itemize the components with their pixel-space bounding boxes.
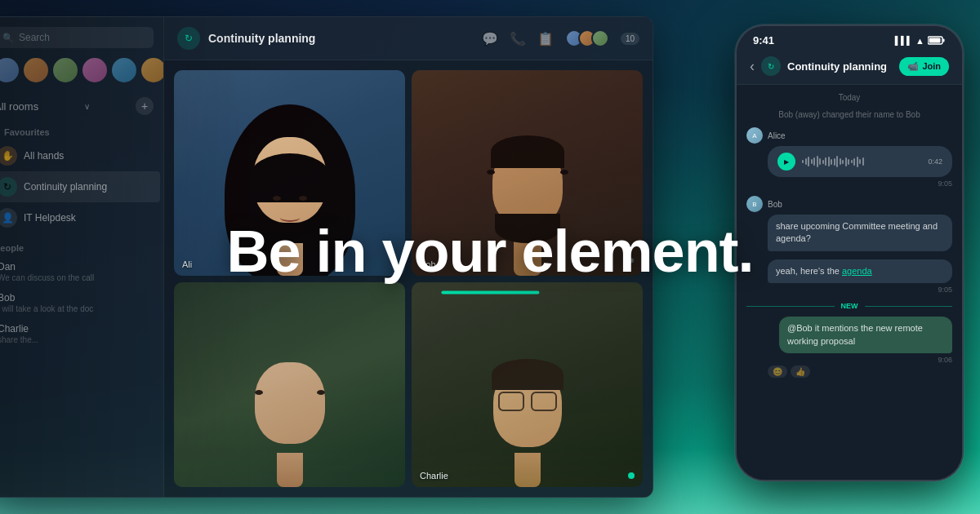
phone-status-bar: 9:41 ▌▌▌ ▲	[737, 26, 962, 51]
link[interactable]: agenda	[842, 266, 872, 276]
dm-charlie[interactable]: Charlie share the...	[0, 318, 160, 349]
hero-section: Be in your element.	[226, 219, 753, 294]
eye-right	[317, 390, 325, 395]
reaction[interactable]: 👍	[791, 366, 810, 378]
phone-chat-scroll[interactable]: Today Bob (away) changed their name to B…	[737, 85, 962, 480]
avatar[interactable]	[141, 58, 163, 82]
head	[253, 137, 327, 223]
hero-title: Be in your element.	[226, 219, 753, 284]
glasses-icon	[498, 392, 557, 410]
hair	[491, 135, 564, 168]
join-label: Join	[922, 61, 941, 71]
back-button[interactable]: ‹	[750, 58, 755, 75]
sidebar-item-all-hands[interactable]: ✋ All hands	[0, 140, 160, 171]
phone-room-title: Continuity planning	[787, 60, 893, 73]
divider-line	[746, 306, 835, 307]
chat-header-title: Continuity planning	[208, 32, 474, 45]
neck	[277, 453, 303, 487]
sidebar-item-label: All hands	[24, 150, 64, 162]
hair-top	[249, 153, 331, 202]
dm-dan[interactable]: Dan We can discuss on the call	[0, 256, 160, 287]
avatar-row	[0, 58, 163, 92]
message-icon[interactable]: 💬	[482, 31, 498, 47]
eye-left	[487, 170, 495, 175]
phone-room-icon: ↻	[761, 56, 781, 76]
chat-header-actions: 💬 📞 📋 10	[482, 29, 639, 47]
dm-bob[interactable]: Bob I will take a look at the doc	[0, 287, 160, 318]
dm-preview: I will take a look at the doc	[0, 304, 136, 313]
audio-message[interactable]: ▶	[768, 146, 952, 177]
sender-avatar: A	[746, 127, 763, 144]
all-rooms-header[interactable]: All rooms ∨ +	[0, 92, 163, 120]
add-room-button[interactable]: +	[136, 97, 154, 115]
room-icon: ↻	[177, 27, 200, 50]
message-reactions: 😊 👍	[768, 366, 952, 378]
outgoing-message: @Bob it mentions the new remote working …	[779, 317, 952, 353]
message-time: 9:05	[746, 179, 952, 188]
dm-name: Dan	[0, 261, 150, 273]
search-placeholder: Search	[19, 32, 50, 43]
hand-icon: ✋	[0, 146, 17, 166]
sidebar-item-it-helpdesk[interactable]: 👤 IT Helpdesk	[0, 202, 160, 233]
video-tile-4: Charlie	[412, 282, 643, 488]
screen-share-icon[interactable]: 📋	[537, 31, 554, 47]
phone-status-icons: ▌▌▌ ▲	[895, 36, 946, 46]
new-messages-divider: NEW	[746, 302, 952, 310]
online-dot	[628, 472, 635, 479]
eye-left	[255, 390, 263, 395]
eye-right	[560, 170, 568, 175]
hair	[492, 359, 564, 390]
message-time: 9:05	[746, 286, 952, 294]
eye-right	[299, 196, 307, 201]
message-sender: B Bob	[746, 196, 952, 212]
eye-left	[273, 196, 281, 201]
favourites-label: Favourites	[4, 127, 50, 137]
person-face-man-glasses	[474, 336, 581, 487]
favourites-section: ∨ Favourites	[0, 120, 163, 140]
chevron-down-icon: ∨	[0, 126, 1, 137]
search-bar[interactable]: 🔍 Search	[0, 27, 154, 48]
text-message: share upcoming Committee meeting and age…	[768, 215, 952, 251]
all-rooms-label: All rooms	[0, 100, 38, 113]
avatar[interactable]	[82, 58, 107, 82]
search-icon: 🔍	[2, 33, 14, 43]
phone-mockup: 9:41 ▌▌▌ ▲ ‹ ↻ Continuity planning 📹 Joi…	[735, 24, 964, 481]
system-message: Bob (away) changed their name to Bob	[746, 110, 952, 119]
sender-name: Alice	[768, 131, 786, 140]
hero-underline	[441, 291, 539, 295]
head	[255, 362, 325, 444]
sidebar-item-continuity[interactable]: ↻ Continuity planning	[0, 171, 160, 202]
new-label: NEW	[841, 302, 858, 310]
phone-join-button[interactable]: 📹 Join	[899, 57, 949, 76]
wifi-icon: ▲	[915, 36, 924, 46]
chevron-down-icon: ∨	[84, 102, 90, 111]
call-icon[interactable]: 📞	[510, 31, 526, 47]
chat-header: ↻ Continuity planning 💬 📞 📋 10	[164, 17, 653, 60]
avatar[interactable]	[112, 58, 136, 82]
neck	[514, 453, 541, 487]
video-camera-icon: 📹	[907, 61, 919, 72]
dm-name: Charlie	[0, 323, 150, 335]
sender-avatar: B	[746, 196, 763, 212]
person-face-man-bald	[237, 336, 343, 487]
avatar[interactable]	[53, 58, 78, 82]
message-group-self: @Bob it mentions the new remote working …	[746, 317, 952, 378]
date-divider: Today	[746, 93, 952, 102]
person-icon: 👤	[0, 208, 17, 228]
avatar[interactable]	[24, 58, 48, 82]
svg-rect-2	[929, 38, 941, 43]
reaction[interactable]: 😊	[768, 366, 787, 378]
dm-name: Bob	[0, 292, 150, 304]
svg-rect-1	[943, 39, 945, 42]
divider-line	[865, 306, 953, 307]
battery-icon	[928, 36, 946, 45]
play-button[interactable]: ▶	[777, 153, 795, 171]
video-participant-label: Ali	[182, 259, 192, 269]
dm-preview: share the...	[0, 335, 136, 344]
signal-icon: ▌▌▌	[895, 36, 912, 45]
message-group-bob-1: B Bob share upcoming Committee meeting a…	[746, 196, 952, 251]
avatar[interactable]	[0, 58, 19, 82]
video-participant-label: Charlie	[420, 471, 448, 481]
message-group-bob-2: yeah, here's the agenda 9:05	[746, 259, 952, 294]
people-section-header: People	[0, 233, 163, 256]
